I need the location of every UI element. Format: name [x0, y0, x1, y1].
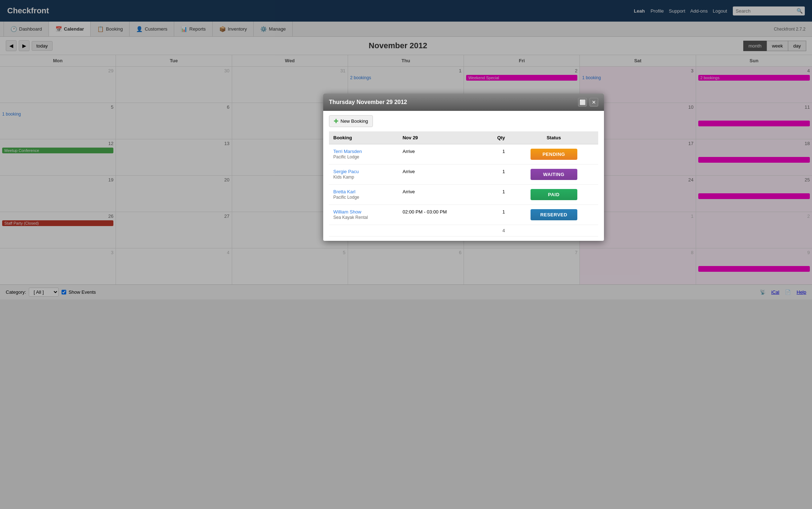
booking-date-0: Arrive — [398, 144, 483, 165]
modal-expand-button[interactable]: ⬜ — [578, 98, 587, 107]
table-total-row: 4 — [329, 225, 598, 237]
booking-name-0[interactable]: Terri Marsden — [333, 149, 394, 154]
table-row: Terri Marsden Pacific Lodge Arrive 1 PEN… — [329, 144, 598, 165]
booking-name-3[interactable]: William Show — [333, 209, 394, 215]
status-button-3[interactable]: RESERVED — [531, 209, 577, 220]
col-date: Nov 29 — [398, 131, 483, 144]
status-button-2[interactable]: PAID — [531, 189, 577, 200]
table-header-row: Booking Nov 29 Qty Status — [329, 131, 598, 144]
col-booking: Booking — [329, 131, 398, 144]
col-qty: Qty — [483, 131, 509, 144]
total-qty: 4 — [483, 225, 509, 237]
booking-table: Booking Nov 29 Qty Status Terri Marsden … — [329, 131, 598, 237]
modal-actions: ⬜ ✕ — [578, 98, 598, 107]
modal-close-button[interactable]: ✕ — [590, 98, 598, 107]
booking-qty-0: 1 — [483, 144, 509, 165]
table-row: William Show Sea Kayak Rental 02:00 PM -… — [329, 205, 598, 225]
booking-date-3: 02:00 PM - 03:00 PM — [398, 205, 483, 225]
col-status: Status — [509, 131, 598, 144]
modal-title: Thursday November 29 2012 — [329, 99, 407, 105]
booking-qty-3: 1 — [483, 205, 509, 225]
booking-qty-1: 1 — [483, 165, 509, 185]
booking-sub-0: Pacific Lodge — [333, 154, 359, 159]
booking-name-1[interactable]: Sergie Pacu — [333, 169, 394, 174]
booking-date-2: Arrive — [398, 185, 483, 205]
new-booking-button[interactable]: ✚ New Booking — [329, 115, 373, 127]
booking-qty-2: 1 — [483, 185, 509, 205]
new-booking-icon: ✚ — [334, 118, 338, 125]
status-button-0[interactable]: PENDING — [531, 149, 577, 160]
booking-sub-2: Pacific Lodge — [333, 195, 359, 200]
table-row: Bretta Karl Pacific Lodge Arrive 1 PAID — [329, 185, 598, 205]
new-booking-label: New Booking — [340, 118, 368, 124]
booking-sub-1: Kids Kamp — [333, 175, 354, 180]
modal-overlay: Thursday November 29 2012 ⬜ ✕ ✚ New Book… — [0, 0, 812, 299]
table-row: Sergie Pacu Kids Kamp Arrive 1 WAITING — [329, 165, 598, 185]
booking-modal: Thursday November 29 2012 ⬜ ✕ ✚ New Book… — [323, 94, 604, 241]
booking-name-2[interactable]: Bretta Karl — [333, 189, 394, 194]
modal-header: Thursday November 29 2012 ⬜ ✕ — [323, 94, 604, 111]
modal-body: ✚ New Booking Booking Nov 29 Qty Status … — [323, 111, 604, 241]
booking-date-1: Arrive — [398, 165, 483, 185]
status-button-1[interactable]: WAITING — [531, 169, 577, 180]
booking-sub-3: Sea Kayak Rental — [333, 215, 368, 220]
